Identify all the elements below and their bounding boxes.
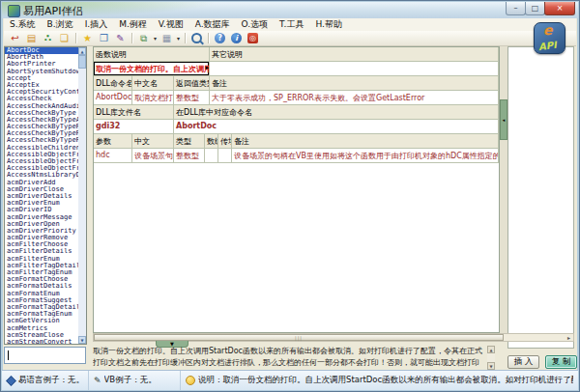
- list-item[interactable]: acmDriverEnum: [5, 200, 78, 207]
- about-button[interactable]: ◎: [245, 32, 261, 44]
- list-item[interactable]: AbortDoc: [5, 47, 78, 54]
- cell-param-remark[interactable]: 设备场景的句柄在VB里使用如将这个函数用于由打印机对象的hDC属性指定的打印机设…: [232, 149, 499, 163]
- list-item[interactable]: acmFilterChoose: [5, 241, 78, 248]
- list-item[interactable]: acmStreamConvert: [5, 339, 78, 344]
- folders-button[interactable]: ❏: [56, 32, 72, 44]
- list-item[interactable]: acmDriverDetails: [5, 193, 78, 200]
- scroll-up-icon[interactable]: ▲: [78, 47, 86, 55]
- close-button[interactable]: ×: [544, 2, 575, 15]
- list-item[interactable]: acmFilterDetails: [5, 248, 78, 255]
- menu-item-browse[interactable]: B.浏览: [42, 18, 79, 31]
- hierarchy-dropdown-icon[interactable]: ▾: [152, 35, 159, 42]
- list-item[interactable]: AccessNtmsLibraryDoo: [5, 172, 78, 179]
- grid-dropdown-icon[interactable]: ▾: [175, 35, 182, 42]
- cell-param-type[interactable]: 整数型: [174, 149, 205, 163]
- copy-button[interactable]: 复 制: [545, 355, 577, 369]
- list-item[interactable]: AccessibleObjectFrom: [5, 165, 78, 172]
- list-scrollbar[interactable]: ▲ ▼: [78, 47, 86, 344]
- list-item[interactable]: AbortPrinter: [5, 61, 78, 68]
- list-item[interactable]: acmFormatChoose: [5, 276, 78, 283]
- cell-dll-entry[interactable]: AbortDoc: [174, 120, 499, 134]
- cell-param-array[interactable]: [205, 149, 218, 163]
- cell-param-byref[interactable]: [218, 149, 232, 163]
- list-item[interactable]: AccessCheckByTypeRes: [5, 124, 78, 130]
- help-button[interactable]: ?: [212, 32, 228, 44]
- menu-item-system[interactable]: S.系统: [4, 18, 42, 31]
- list-item[interactable]: acmDriverClose: [5, 186, 78, 193]
- list-item[interactable]: AccessCheckByTypeAnd: [5, 117, 78, 124]
- edit-button[interactable]: ✎: [112, 32, 129, 44]
- cell-other-desc[interactable]: [210, 62, 499, 76]
- list-item[interactable]: AccessibleChildren: [5, 145, 78, 152]
- list-item[interactable]: acmFilterTagEnum: [5, 269, 78, 276]
- list-item[interactable]: AccessCheckByTypeRes: [5, 137, 78, 144]
- list-item[interactable]: acmFilterEnum: [5, 256, 78, 263]
- list-item[interactable]: acmMetrics: [5, 325, 78, 332]
- list-item[interactable]: AccessCheckAndAuditA: [5, 103, 78, 110]
- cell-function-desc[interactable]: 取消一份文档的打印。自上次调用StartDo▸: [94, 62, 210, 76]
- cell-param-name[interactable]: hdc: [94, 149, 132, 163]
- share-button[interactable]: ∴: [40, 32, 56, 44]
- cell-dll-command[interactable]: AbortDoc: [94, 91, 132, 105]
- list-item[interactable]: acmDriverPriority: [5, 228, 78, 235]
- list-item[interactable]: AccessCheckByType: [5, 110, 78, 117]
- list-item[interactable]: acmFormatDetails: [5, 283, 78, 290]
- vertical-splitter[interactable]: ◂: [500, 46, 508, 333]
- search-input[interactable]: [4, 347, 86, 364]
- list-item[interactable]: AbortPath: [5, 54, 78, 61]
- list-item[interactable]: AbortSystemShutdown: [5, 69, 78, 75]
- hierarchy-button[interactable]: ⧉: [135, 32, 152, 44]
- menu-item-help[interactable]: H.帮助: [309, 18, 347, 31]
- list-item[interactable]: acmDriverID: [5, 207, 78, 213]
- menu-item-insert[interactable]: I.插入: [79, 18, 114, 31]
- exit-button[interactable]: ↩: [7, 32, 23, 44]
- copy-example-button[interactable]: ❐: [96, 32, 112, 44]
- list-scrollbar-thumb[interactable]: [78, 55, 86, 69]
- list-item[interactable]: acmFilterTagDetails: [5, 263, 78, 269]
- list-item[interactable]: acmFormatEnum: [5, 291, 78, 297]
- scroll-down-icon[interactable]: ▼: [78, 336, 86, 344]
- horizontal-scrollbar-thumb[interactable]: |||: [94, 334, 504, 341]
- desc-scroll-down-icon[interactable]: ▼: [487, 362, 495, 370]
- list-item[interactable]: acmStreamClose: [5, 332, 78, 339]
- cell-param-chinese[interactable]: 设备场景句柄: [132, 149, 174, 163]
- list-item[interactable]: AccessCheck: [5, 96, 78, 102]
- insert-button[interactable]: 插 入: [508, 355, 539, 369]
- toolbar-separator: [208, 33, 209, 43]
- cell-return-remark[interactable]: 大于零表示成功，SP_ERROR表示失败。会设置GetLastError: [210, 91, 499, 105]
- list-item[interactable]: AccessibleObjectFrom: [5, 152, 78, 158]
- menu-item-view[interactable]: V.视图: [153, 18, 189, 31]
- info-button[interactable]: i: [228, 32, 245, 44]
- list-item[interactable]: acmDriverMessage: [5, 214, 78, 221]
- menu-item-options[interactable]: O.选项: [236, 18, 275, 31]
- minimize-button[interactable]: –: [506, 2, 526, 15]
- list-item[interactable]: accept: [5, 75, 78, 82]
- list-item[interactable]: AcceptSecurityContex: [5, 89, 78, 96]
- cell-return-type[interactable]: 整数型: [174, 91, 210, 105]
- list-item[interactable]: AccessibleObjectFrom: [5, 158, 78, 165]
- menu-item-examples[interactable]: M.例程: [113, 18, 153, 31]
- search-button[interactable]: [188, 32, 205, 44]
- grid-view-button[interactable]: ▦: [159, 32, 175, 44]
- desc-scroll-up-icon[interactable]: ▲: [487, 346, 495, 353]
- cell-chinese-name[interactable]: 取消文档打印: [132, 91, 174, 105]
- list-item[interactable]: acmFormatTagDetails: [5, 304, 78, 311]
- description-scrollbar[interactable]: ▲ ▼: [487, 346, 495, 370]
- list-item[interactable]: AccessCheckByTypeRes: [5, 130, 78, 137]
- list-item[interactable]: AcceptEx: [5, 82, 78, 89]
- browse-button[interactable]: ▤: [23, 32, 40, 44]
- list-item[interactable]: acmGetVersion: [5, 318, 78, 324]
- list-item[interactable]: acmDriverOpen: [5, 221, 78, 228]
- favorite-button[interactable]: ★: [79, 32, 96, 44]
- list-item[interactable]: acmFormatTagEnum: [5, 311, 78, 318]
- list-item[interactable]: acmDriverRemove: [5, 235, 78, 241]
- cell-dll-file[interactable]: gdi32: [94, 120, 174, 134]
- list-item[interactable]: acmDriverAdd: [5, 180, 78, 186]
- list-item[interactable]: acmFormatSuggest: [5, 297, 78, 304]
- menu-item-database[interactable]: A.数据库: [189, 18, 236, 31]
- header-function-desc: 函数说明: [94, 47, 210, 62]
- menu-item-tools[interactable]: T.工具: [274, 18, 309, 31]
- splitter-collapse-handle[interactable]: ◂: [500, 99, 508, 140]
- scroll-right-icon[interactable]: ▸: [565, 334, 573, 341]
- maximize-button[interactable]: □: [525, 2, 545, 15]
